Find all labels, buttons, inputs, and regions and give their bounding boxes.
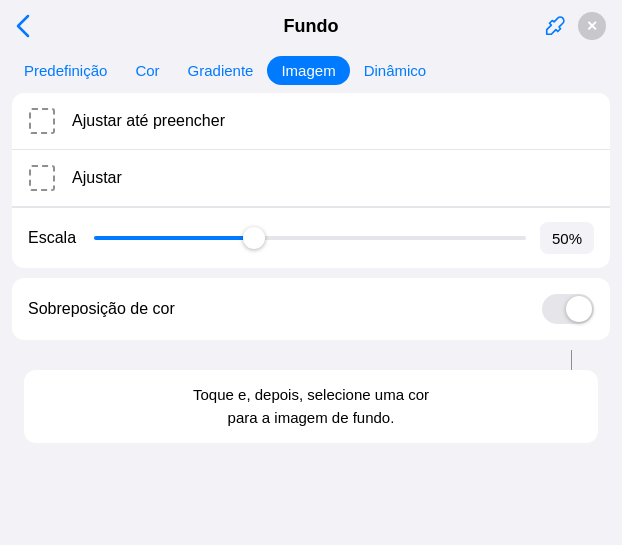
escala-slider-container xyxy=(94,236,526,240)
tab-gradiente[interactable]: Gradiente xyxy=(174,56,268,85)
close-button[interactable]: ✕ xyxy=(578,12,606,40)
sobreposicao-toggle[interactable] xyxy=(542,294,594,324)
tooltip-text: Toque e, depois, selecione uma corpara a… xyxy=(193,386,429,426)
tab-cor[interactable]: Cor xyxy=(121,56,173,85)
tab-dinamico[interactable]: Dinâmico xyxy=(350,56,441,85)
page-title: Fundo xyxy=(284,16,339,37)
sobreposicao-label: Sobreposição de cor xyxy=(28,300,175,318)
sobreposicao-card: Sobreposição de cor xyxy=(12,278,610,340)
eyedropper-icon xyxy=(544,15,566,37)
fill-icon xyxy=(28,107,56,135)
connector xyxy=(12,350,610,370)
tab-imagem[interactable]: Imagem xyxy=(267,56,349,85)
escala-percent: 50% xyxy=(540,222,594,254)
back-button[interactable] xyxy=(16,14,30,38)
fit-label: Ajustar xyxy=(72,169,122,187)
eyedropper-button[interactable] xyxy=(544,15,566,37)
header-actions: ✕ xyxy=(544,12,606,40)
back-icon xyxy=(16,14,30,38)
main-content: Ajustar até preencher Ajustar Escala 50%… xyxy=(0,93,622,443)
connector-line xyxy=(571,350,572,370)
tab-predefinicao[interactable]: Predefinição xyxy=(10,56,121,85)
toggle-thumb xyxy=(566,296,592,322)
tooltip-box: Toque e, depois, selecione uma corpara a… xyxy=(24,370,598,443)
header: Fundo ✕ xyxy=(0,0,622,52)
fill-label: Ajustar até preencher xyxy=(72,112,225,130)
fit-icon xyxy=(28,164,56,192)
tab-bar: Predefinição Cor Gradiente Imagem Dinâmi… xyxy=(0,52,622,93)
list-item-ajustar[interactable]: Ajustar xyxy=(12,150,610,207)
list-item-ajustar-preencher[interactable]: Ajustar até preencher xyxy=(12,93,610,150)
escala-label: Escala xyxy=(28,229,80,247)
close-icon: ✕ xyxy=(578,12,606,40)
fill-options-card: Ajustar até preencher Ajustar Escala 50% xyxy=(12,93,610,268)
escala-row: Escala 50% xyxy=(12,207,610,268)
